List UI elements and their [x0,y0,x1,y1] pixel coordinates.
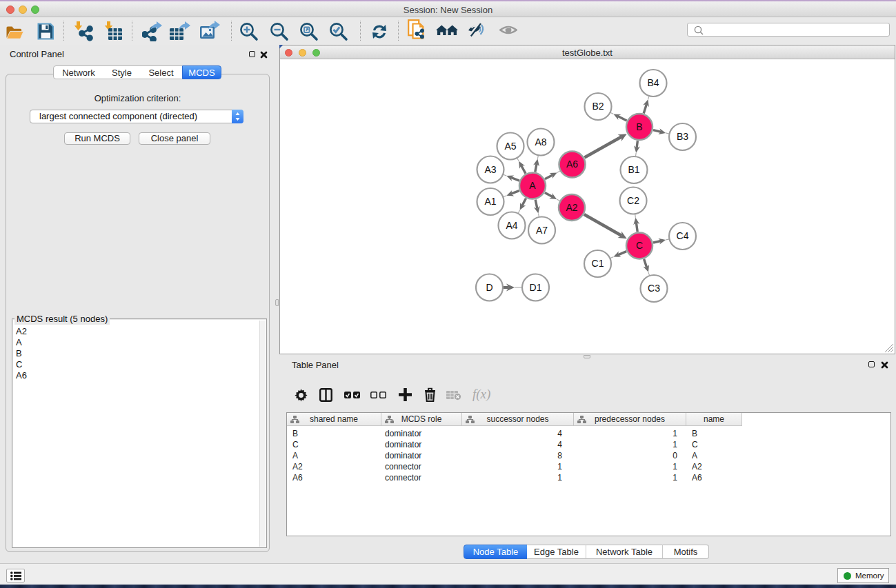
svg-text:A7: A7 [536,225,548,236]
svg-text:B1: B1 [628,164,639,175]
svg-text:D: D [486,282,492,293]
svg-text:C: C [636,240,643,251]
svg-text:C4: C4 [677,230,689,241]
svg-text:A4: A4 [506,220,517,231]
svg-text:D1: D1 [530,282,542,293]
svg-text:B4: B4 [647,77,659,88]
svg-text:B2: B2 [592,101,604,112]
svg-text:A3: A3 [484,164,496,175]
svg-text:C2: C2 [627,195,639,206]
svg-text:C3: C3 [648,283,660,294]
svg-text:B: B [636,121,642,132]
svg-text:A1: A1 [484,196,496,207]
svg-text:A6: A6 [566,159,578,170]
svg-text:A8: A8 [535,136,546,148]
svg-text:A: A [529,180,536,191]
svg-text:A5: A5 [504,141,516,152]
svg-text:B3: B3 [677,131,688,142]
svg-text:C1: C1 [592,258,604,269]
svg-text:A2: A2 [566,202,577,213]
